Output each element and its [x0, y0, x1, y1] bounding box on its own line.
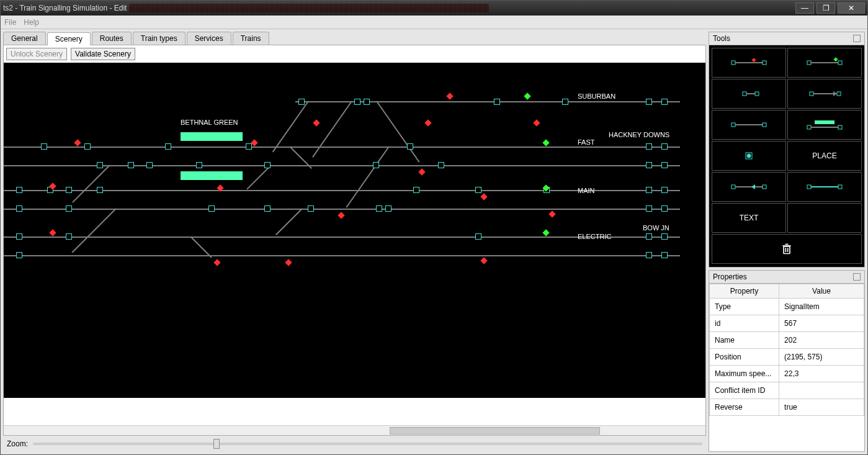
connector[interactable]	[475, 187, 481, 193]
connector[interactable]	[661, 205, 668, 212]
prop-value[interactable]: 202	[779, 332, 864, 349]
signal-red[interactable]	[49, 229, 56, 236]
connector[interactable]	[165, 143, 171, 150]
connector[interactable]	[308, 205, 314, 212]
connector[interactable]	[16, 252, 22, 258]
tab-trains[interactable]: Trains	[233, 32, 269, 45]
tool-text[interactable]: TEXT	[712, 203, 786, 233]
col-value[interactable]: Value	[779, 284, 864, 299]
scenery-canvas[interactable]: BETHNAL GREEN SUBURBAN HACKNEY DOWNS FAS…	[4, 63, 705, 398]
tab-scenery[interactable]: Scenery	[47, 32, 91, 45]
connector[interactable]	[16, 233, 22, 240]
signal-red[interactable]	[338, 212, 344, 218]
tool-point[interactable]	[712, 141, 786, 171]
connector[interactable]	[246, 143, 252, 150]
connector[interactable]	[354, 99, 360, 105]
connector[interactable]	[16, 187, 22, 193]
connector[interactable]	[97, 162, 103, 168]
menu-file[interactable]: File	[4, 18, 16, 27]
connector[interactable]	[646, 143, 652, 150]
tool-track-direction[interactable]	[712, 172, 786, 202]
tool-platform[interactable]	[787, 110, 862, 140]
prop-value[interactable]	[779, 382, 864, 399]
property-row[interactable]: Position(2195, 575)	[710, 349, 864, 366]
signal-red[interactable]	[548, 210, 555, 217]
connector[interactable]	[16, 205, 22, 212]
connector[interactable]	[646, 233, 652, 240]
connector[interactable]	[646, 187, 652, 193]
properties-table[interactable]: Property Value TypeSignalItemid567Name20…	[709, 284, 864, 416]
signal-red[interactable]	[533, 119, 540, 126]
prop-value[interactable]: true	[779, 399, 864, 416]
prop-value[interactable]: 22,3	[779, 366, 864, 382]
properties-popout-icon[interactable]	[853, 273, 861, 281]
connector[interactable]	[661, 99, 668, 105]
connector[interactable]	[128, 162, 134, 168]
connector[interactable]	[376, 205, 382, 212]
property-row[interactable]: id567	[710, 315, 864, 332]
connector[interactable]	[438, 162, 444, 168]
signal-green[interactable]	[524, 92, 530, 99]
signal-red[interactable]	[313, 119, 320, 126]
tab-routes[interactable]: Routes	[92, 32, 132, 45]
close-button[interactable]: ✕	[838, 2, 865, 14]
tool-track-short[interactable]	[712, 79, 786, 109]
connector[interactable]	[475, 233, 481, 240]
signal-red[interactable]	[74, 139, 81, 146]
connector[interactable]	[661, 187, 668, 193]
tool-place[interactable]: PLACE	[787, 141, 862, 171]
connector[interactable]	[298, 99, 305, 105]
connector[interactable]	[413, 187, 419, 193]
property-row[interactable]: TypeSignalItem	[710, 299, 864, 315]
connector[interactable]	[66, 205, 72, 212]
connector[interactable]	[264, 205, 271, 212]
unlock-scenery-button[interactable]: Unlock Scenery	[6, 48, 67, 60]
minimize-button[interactable]: —	[795, 2, 814, 14]
connector[interactable]	[661, 162, 668, 168]
connector[interactable]	[661, 233, 668, 240]
signal-red[interactable]	[446, 92, 453, 99]
tool-signal-left-red[interactable]	[712, 48, 786, 78]
tab-train-types[interactable]: Train types	[133, 32, 186, 45]
tool-delete[interactable]	[712, 234, 862, 264]
tool-signal-right-green[interactable]	[787, 48, 862, 78]
titlebar[interactable]: ts2 - Train Signalling Simulation - Edit…	[1, 1, 867, 16]
property-row[interactable]: Name202	[710, 332, 864, 349]
tools-popout-icon[interactable]	[853, 35, 861, 42]
property-row[interactable]: Maximum spee...22,3	[710, 366, 864, 382]
property-row[interactable]: Reversetrue	[710, 399, 864, 416]
tab-services[interactable]: Services	[187, 32, 231, 45]
prop-value[interactable]: 567	[779, 315, 864, 332]
signal-green[interactable]	[542, 229, 549, 236]
tool-track-plain[interactable]	[787, 172, 862, 202]
tool-track-arrow[interactable]	[787, 79, 862, 109]
signal-red[interactable]	[251, 139, 257, 146]
connector[interactable]	[97, 187, 103, 193]
signal-red[interactable]	[285, 259, 292, 266]
connector[interactable]	[66, 187, 72, 193]
connector[interactable]	[385, 205, 391, 212]
connector[interactable]	[208, 205, 215, 212]
horizontal-scrollbar[interactable]	[4, 425, 705, 435]
connector[interactable]	[646, 162, 652, 168]
signal-green[interactable]	[542, 139, 549, 146]
property-row[interactable]: Conflict item ID	[710, 382, 864, 399]
connector[interactable]	[196, 162, 202, 168]
signal-red[interactable]	[480, 193, 487, 200]
connector[interactable]	[646, 99, 652, 105]
connector[interactable]	[146, 162, 153, 168]
connector[interactable]	[646, 205, 652, 212]
tab-general[interactable]: General	[3, 32, 46, 45]
connector[interactable]	[407, 143, 413, 150]
platform[interactable]	[181, 171, 243, 180]
connector[interactable]	[66, 233, 72, 240]
menu-help[interactable]: Help	[24, 18, 39, 27]
connector[interactable]	[661, 143, 668, 150]
prop-value[interactable]: (2195, 575)	[779, 349, 864, 366]
validate-scenery-button[interactable]: Validate Scenery	[71, 48, 135, 60]
connector[interactable]	[373, 162, 379, 168]
connector[interactable]	[364, 99, 370, 105]
tool-track-long[interactable]	[712, 110, 786, 140]
signal-red[interactable]	[418, 168, 425, 175]
connector[interactable]	[494, 99, 500, 105]
